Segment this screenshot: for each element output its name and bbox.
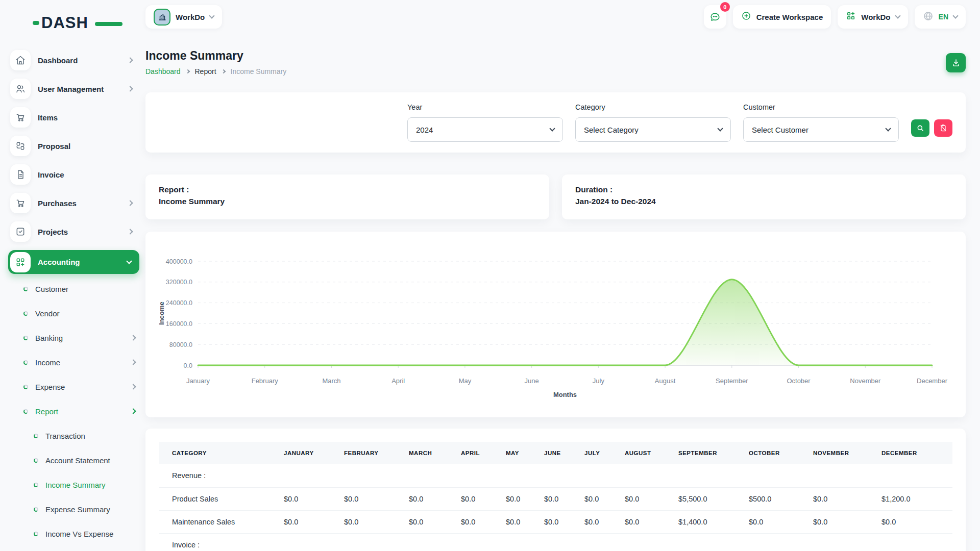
breadcrumb-dashboard[interactable]: Dashboard: [145, 67, 181, 76]
category-select[interactable]: Select Category: [575, 117, 731, 142]
cell-value: $0.0: [502, 510, 540, 533]
sidebar-subitem-label: Banking: [35, 334, 124, 342]
reset-filter-button[interactable]: [934, 119, 952, 137]
duration-card-value: Jan-2024 to Dec-2024: [575, 197, 952, 206]
table-col-header: APRIL: [457, 442, 502, 464]
svg-text:November: November: [850, 377, 881, 385]
top-bar: WorkDo 0 Create Workspace WorkDo EN: [145, 4, 966, 30]
create-workspace-label: Create Workspace: [756, 13, 823, 21]
sidebar-item-user-management[interactable]: User Management: [10, 79, 135, 99]
sidebar-item-label: Invoice: [38, 170, 132, 179]
table-col-header: AUGUST: [621, 442, 674, 464]
table-section-label: Revenue :: [159, 464, 952, 487]
cell-value: $0.0: [580, 510, 621, 533]
home-icon: [10, 50, 31, 70]
sidebar-item-label: Purchases: [38, 199, 121, 208]
cell-value: $0.0: [502, 487, 540, 510]
table-col-header: JANUARY: [280, 442, 340, 464]
sidebar-item-income-vs-expense[interactable]: Income Vs Expense: [10, 524, 135, 543]
messages-badge: 0: [720, 2, 730, 12]
cart-icon: [10, 107, 31, 128]
sidebar-item-expense[interactable]: Expense: [10, 377, 135, 396]
language-selector[interactable]: EN: [915, 5, 966, 29]
sidebar-subitem-label: Transaction: [45, 432, 135, 440]
breadcrumb-current: Income Summary: [231, 67, 287, 76]
sidebar-item-purchases[interactable]: Purchases: [10, 193, 135, 213]
svg-text:80000.0: 80000.0: [169, 341, 192, 348]
sidebar-subitem-label: Expense Summary: [45, 505, 135, 514]
sidebar-item-account-statement[interactable]: Account Statement: [10, 450, 135, 470]
svg-text:April: April: [391, 377, 405, 385]
sidebar-item-items[interactable]: Items: [10, 107, 135, 128]
cell-value: $0.0: [340, 510, 405, 533]
chevron-right-icon: [127, 86, 133, 91]
sidebar-item-proposal[interactable]: Proposal: [10, 136, 135, 156]
sidebar-item-income[interactable]: Income: [10, 353, 135, 372]
workspace-selector[interactable]: WorkDo: [145, 5, 222, 29]
sidebar-item-vendor[interactable]: Vendor: [10, 304, 135, 323]
customer-select-value: Select Customer: [752, 126, 808, 134]
workspace-menu[interactable]: WorkDo: [838, 5, 908, 29]
table-card: CATEGORYJANUARYFEBRUARYMARCHAPRILMAYJUNE…: [145, 429, 966, 551]
chat-icon: [709, 11, 721, 22]
download-button[interactable]: [946, 53, 966, 72]
sidebar-item-dashboard[interactable]: Dashboard: [10, 50, 135, 70]
sidebar-subitem-label: Vendor: [35, 309, 135, 318]
chart-card: 0.080000.0160000.0240000.0320000.0400000…: [145, 232, 966, 417]
year-select[interactable]: 2024: [407, 117, 563, 142]
breadcrumb-report[interactable]: Report: [195, 67, 216, 76]
sidebar-item-customer[interactable]: Customer: [10, 279, 135, 298]
grid-plus-icon: [846, 11, 856, 23]
sidebar-item-income-summary[interactable]: Income Summary: [10, 475, 135, 494]
report-card-value: Income Summary: [159, 197, 536, 206]
report-card-title: Report :: [159, 185, 536, 194]
sidebar-item-accounting[interactable]: Accounting: [8, 250, 139, 274]
category-field: Category Select Category: [575, 103, 731, 142]
messages-button[interactable]: 0: [704, 5, 726, 29]
duration-card: Duration : Jan-2024 to Dec-2024: [562, 174, 966, 219]
sidebar: DASH Dashboard User Management Items Pro…: [0, 0, 145, 551]
page-title: Income Summary: [145, 49, 966, 63]
workspace-building-icon: [154, 9, 170, 26]
search-button[interactable]: [911, 119, 929, 137]
svg-text:June: June: [525, 377, 539, 385]
category-label: Category: [575, 103, 731, 111]
customer-select[interactable]: Select Customer: [743, 117, 899, 142]
sidebar-item-expense-summary[interactable]: Expense Summary: [10, 499, 135, 519]
customer-label: Customer: [743, 103, 899, 111]
chevron-right-icon: [185, 69, 189, 73]
bullet-icon: [23, 360, 28, 365]
chevron-right-icon: [127, 229, 133, 234]
table-row: Maintenance Sales$0.0$0.0$0.0$0.0$0.0$0.…: [159, 510, 952, 533]
table-col-header: SEPTEMBER: [674, 442, 745, 464]
app-logo[interactable]: DASH: [33, 12, 114, 34]
chevron-down-icon: [895, 13, 900, 18]
cell-value: $0.0: [457, 510, 502, 533]
cell-value: $1,200.0: [877, 487, 952, 510]
cell-value: $0.0: [340, 487, 405, 510]
sidebar-item-invoice[interactable]: Invoice: [10, 164, 135, 185]
chevron-down-icon: [952, 13, 958, 18]
sidebar-item-report[interactable]: Report: [10, 402, 135, 421]
sidebar-item-banking[interactable]: Banking: [10, 328, 135, 347]
cell-value: $0.0: [809, 510, 877, 533]
swap-boxes-icon: [10, 136, 31, 156]
svg-text:240000.0: 240000.0: [166, 299, 192, 307]
table-col-header: JUNE: [540, 442, 580, 464]
svg-text:May: May: [459, 377, 472, 385]
chevron-right-icon: [130, 408, 136, 414]
page: DASH Dashboard User Management Items Pro…: [0, 0, 980, 551]
svg-text:0.0: 0.0: [184, 362, 192, 369]
svg-text:January: January: [186, 377, 210, 385]
sidebar-item-transaction[interactable]: Transaction: [10, 426, 135, 445]
table-row: Product Sales$0.0$0.0$0.0$0.0$0.0$0.0$0.…: [159, 487, 952, 510]
sidebar-item-projects[interactable]: Projects: [10, 221, 135, 242]
chevron-right-icon: [130, 359, 136, 365]
cell-value: $0.0: [540, 487, 580, 510]
bullet-icon: [34, 507, 38, 512]
row-category: Product Sales: [159, 487, 280, 510]
table-col-header: MARCH: [405, 442, 457, 464]
globe-icon: [923, 11, 934, 23]
create-workspace-button[interactable]: Create Workspace: [733, 5, 831, 29]
table-section-row: Revenue :: [159, 464, 952, 487]
